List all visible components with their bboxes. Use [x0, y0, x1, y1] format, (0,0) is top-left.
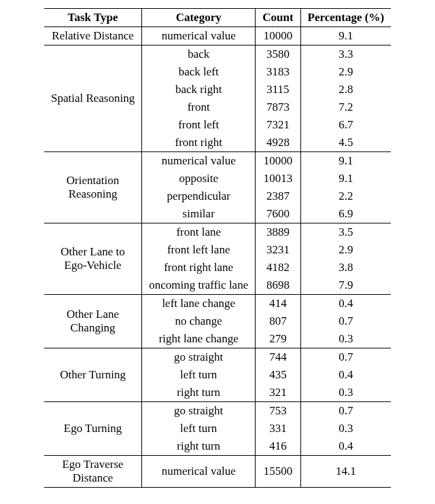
table-row: Relative Distancenumerical value100009.1 — [44, 27, 391, 46]
count-cell: 3231 — [256, 241, 300, 259]
count-cell: 321 — [256, 384, 300, 402]
count-cell: 414 — [256, 295, 300, 313]
percentage-cell: 9.1 — [300, 170, 391, 187]
category-cell: front right — [142, 134, 256, 152]
category-cell: similar — [142, 205, 256, 223]
percentage-cell: 6.7 — [300, 116, 391, 134]
count-cell: 10013 — [256, 170, 300, 187]
count-cell: 416 — [256, 437, 300, 456]
task-type-cell: OrientationReasoning — [44, 152, 142, 223]
table-row: Other Turninggo straight7440.7 — [44, 348, 391, 367]
count-cell: 331 — [256, 420, 300, 437]
count-cell: 4928 — [256, 134, 300, 152]
category-cell: numerical value — [142, 27, 256, 46]
category-cell: right lane change — [142, 330, 256, 348]
percentage-cell: 9.1 — [300, 152, 391, 170]
task-type-cell: Ego TraverseDistance — [44, 456, 142, 488]
count-cell: 4182 — [256, 259, 300, 276]
percentage-cell: 0.4 — [300, 437, 391, 456]
count-cell: 3115 — [256, 81, 300, 98]
table-row: Other Lane toEgo-Vehiclefront lane38893.… — [44, 223, 391, 242]
header-count: Count — [256, 9, 300, 27]
percentage-cell: 14.1 — [300, 456, 391, 488]
table-row: Ego Turninggo straight7530.7 — [44, 402, 391, 420]
count-cell: 3580 — [256, 46, 300, 64]
percentage-cell: 0.3 — [300, 384, 391, 402]
table-row: Spatial Reasoningback35803.3 — [44, 46, 391, 64]
task-type-cell: Ego Turning — [44, 402, 142, 456]
count-cell: 7873 — [256, 98, 300, 116]
percentage-cell: 0.4 — [300, 295, 391, 313]
category-cell: oncoming traffic lane — [142, 276, 256, 295]
category-cell: left turn — [142, 366, 256, 384]
category-cell: numerical value — [142, 152, 256, 170]
category-cell: numerical value — [142, 456, 256, 488]
percentage-cell: 3.3 — [300, 46, 391, 64]
count-cell: 10000 — [256, 27, 300, 46]
count-cell: 8698 — [256, 276, 300, 295]
percentage-cell: 7.9 — [300, 276, 391, 295]
percentage-cell: 0.4 — [300, 366, 391, 384]
category-cell: go straight — [142, 402, 256, 420]
table-header-row: Task Type Category Count Percentage (%) — [44, 9, 391, 27]
percentage-cell: 4.5 — [300, 134, 391, 152]
header-task-type: Task Type — [44, 9, 142, 27]
task-type-cell: Other LaneChanging — [44, 295, 142, 348]
category-cell: go straight — [142, 348, 256, 367]
count-cell: 435 — [256, 366, 300, 384]
count-cell: 753 — [256, 402, 300, 420]
category-cell: front lane — [142, 223, 256, 242]
percentage-cell: 2.9 — [300, 63, 391, 81]
percentage-cell: 7.2 — [300, 98, 391, 116]
percentage-cell: 0.7 — [300, 402, 391, 420]
count-cell: 3183 — [256, 63, 300, 81]
task-type-cell: Spatial Reasoning — [44, 46, 142, 152]
table-row: OrientationReasoningnumerical value10000… — [44, 152, 391, 170]
percentage-cell: 0.3 — [300, 420, 391, 437]
count-cell: 807 — [256, 312, 300, 330]
category-cell: back — [142, 46, 256, 64]
category-cell: opposite — [142, 170, 256, 187]
percentage-cell: 9.1 — [300, 27, 391, 46]
count-cell: 279 — [256, 330, 300, 348]
percentage-cell: 0.3 — [300, 330, 391, 348]
count-cell: 3889 — [256, 223, 300, 242]
category-cell: right turn — [142, 437, 256, 456]
task-type-cell: Other Turning — [44, 348, 142, 402]
count-cell: 7600 — [256, 205, 300, 223]
count-cell: 744 — [256, 348, 300, 367]
category-cell: left lane change — [142, 295, 256, 313]
percentage-cell: 2.2 — [300, 187, 391, 205]
task-type-cell: Relative Distance — [44, 27, 142, 46]
percentage-cell: 2.8 — [300, 81, 391, 98]
percentage-cell: 3.5 — [300, 223, 391, 242]
category-cell: front — [142, 98, 256, 116]
task-distribution-table: Task Type Category Count Percentage (%) … — [44, 8, 391, 488]
task-type-cell: Other Lane toEgo-Vehicle — [44, 223, 142, 295]
category-cell: left turn — [142, 420, 256, 437]
category-cell: no change — [142, 312, 256, 330]
category-cell: front left — [142, 116, 256, 134]
count-cell: 10000 — [256, 152, 300, 170]
count-cell: 15500 — [256, 456, 300, 488]
category-cell: front right lane — [142, 259, 256, 276]
percentage-cell: 3.8 — [300, 259, 391, 276]
table-row: Ego TraverseDistancenumerical value15500… — [44, 456, 391, 488]
header-category: Category — [142, 9, 256, 27]
percentage-cell: 0.7 — [300, 348, 391, 367]
percentage-cell: 2.9 — [300, 241, 391, 259]
category-cell: front left lane — [142, 241, 256, 259]
count-cell: 2387 — [256, 187, 300, 205]
category-cell: back right — [142, 81, 256, 98]
category-cell: back left — [142, 63, 256, 81]
percentage-cell: 6.9 — [300, 205, 391, 223]
category-cell: perpendicular — [142, 187, 256, 205]
percentage-cell: 0.7 — [300, 312, 391, 330]
table-row: Other LaneChangingleft lane change4140.4 — [44, 295, 391, 313]
header-percentage: Percentage (%) — [300, 9, 391, 27]
count-cell: 7321 — [256, 116, 300, 134]
category-cell: right turn — [142, 384, 256, 402]
